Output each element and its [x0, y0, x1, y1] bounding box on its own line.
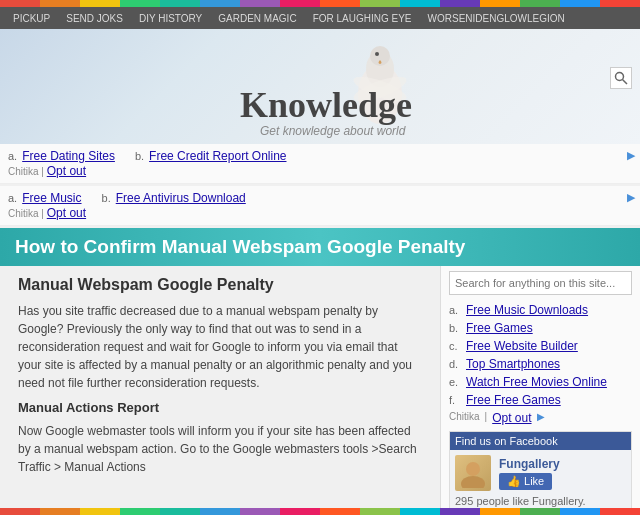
color-bar-segment: [0, 0, 40, 7]
color-bar-segment: [120, 0, 160, 7]
sidebar-link-free-website[interactable]: Free Website Builder: [466, 339, 578, 353]
facebook-like-button[interactable]: 👍 Like: [499, 473, 552, 490]
article-para-1: Has you site traffic decreased due to a …: [18, 302, 422, 392]
sidebar-link-top-smartphones[interactable]: Top Smartphones: [466, 357, 560, 371]
sidebar-letter: d.: [449, 358, 461, 370]
sidebar-arrow: ▶: [537, 411, 545, 425]
color-bar-segment: [360, 0, 400, 7]
color-bar-segment: [200, 0, 240, 7]
page-title: How to Confirm Manual Webspam Google Pen…: [15, 236, 465, 257]
sidebar-letter: e.: [449, 376, 461, 388]
nav-item-for-laughing-eye[interactable]: FOR LAUGHING EYE: [305, 13, 420, 24]
sidebar-link-free-music-dl[interactable]: Free Music Downloads: [466, 303, 588, 317]
sidebar-link-item: e. Watch Free Movies Online: [449, 375, 632, 389]
color-bar-segment: [280, 0, 320, 7]
ad-link-dating[interactable]: Free Dating Sites: [22, 149, 115, 163]
sidebar-link-free-games-2[interactable]: Free Free Games: [466, 393, 561, 407]
nav-item-garden-magic[interactable]: GARDEN MAGIC: [210, 13, 304, 24]
sidebar-letter: c.: [449, 340, 461, 352]
hero-subtitle: Get knowledge about world: [260, 124, 405, 138]
color-bar-segment: [0, 508, 40, 515]
ad-letter: b.: [135, 150, 144, 162]
nav-item-diy-history[interactable]: DIY HISTORY: [131, 13, 210, 24]
sidebar-opt-out[interactable]: Opt out: [492, 411, 531, 425]
color-bar-segment: [320, 0, 360, 7]
color-bar-segment: [520, 0, 560, 7]
sidebar-letter: b.: [449, 322, 461, 334]
ad-letter: a.: [8, 192, 17, 204]
sidebar-link-item: c. Free Website Builder: [449, 339, 632, 353]
sidebar-link-watch-movies[interactable]: Watch Free Movies Online: [466, 375, 607, 389]
sidebar-link-free-games[interactable]: Free Games: [466, 321, 533, 335]
facebook-page-name: Fungallery: [499, 457, 560, 471]
color-bar-segment: [240, 508, 280, 515]
color-bar-segment: [80, 0, 120, 7]
facebook-page-info: Fungallery 👍 Like: [499, 457, 560, 490]
color-bar-segment: [120, 508, 160, 515]
color-bar-segment: [240, 0, 280, 7]
search-input[interactable]: [449, 271, 632, 295]
sidebar-separator: |: [485, 411, 488, 425]
search-icon: [614, 71, 628, 85]
color-bar-segment: [400, 508, 440, 515]
ad-item-2b: b. Free Antivirus Download: [102, 191, 246, 205]
color-bar-segment: [480, 508, 520, 515]
color-bar-segment: [200, 508, 240, 515]
sidebar-link-item: a. Free Music Downloads: [449, 303, 632, 317]
color-bar-segment: [600, 508, 640, 515]
right-sidebar: a. Free Music Downloads b. Free Games c.…: [440, 266, 640, 515]
article: Manual Webspam Google Penalty Has you si…: [10, 271, 430, 487]
ad-opt-out-link[interactable]: Opt out: [47, 164, 86, 178]
ad-letter: b.: [102, 192, 111, 204]
color-bar-segment: [160, 0, 200, 7]
ad-opt-row: Chitika | Opt out: [8, 164, 632, 178]
nav-item-worsen[interactable]: WORSENIDENGLOWLEGION: [420, 13, 573, 24]
color-bar-segment: [560, 0, 600, 7]
ad-link-antivirus[interactable]: Free Antivirus Download: [116, 191, 246, 205]
ad-opt-row-2: Chitika | Opt out: [8, 206, 632, 220]
facebook-avatar: [455, 455, 491, 491]
svg-point-6: [616, 73, 624, 81]
ad-row-2: a. Free Music b. Free Antivirus Download…: [0, 186, 640, 226]
sidebar-links-list: a. Free Music Downloads b. Free Games c.…: [449, 303, 632, 407]
hero-title: Knowledge: [240, 84, 412, 126]
facebook-header: Find us on Facebook: [450, 432, 631, 450]
color-bar-segment: [280, 508, 320, 515]
ad-item-1b: b. Free Credit Report Online: [135, 149, 287, 163]
facebook-like-count: 295 people like Fungallery.: [455, 495, 626, 507]
article-title: Manual Webspam Google Penalty: [18, 276, 422, 294]
ad-item-2a: a. Free Music: [8, 191, 82, 205]
ad-arrow-icon: ▶: [627, 191, 635, 204]
ad-link-credit[interactable]: Free Credit Report Online: [149, 149, 286, 163]
ad-chitika-label: Chitika: [8, 166, 39, 177]
color-bar-segment: [80, 508, 120, 515]
sidebar-link-item: d. Top Smartphones: [449, 357, 632, 371]
ad-link-music[interactable]: Free Music: [22, 191, 81, 205]
left-content: Manual Webspam Google Penalty Has you si…: [0, 266, 440, 515]
nav-item-send-joks[interactable]: SEND JOKS: [58, 13, 131, 24]
svg-point-5: [375, 52, 379, 56]
color-bar-segment: [320, 508, 360, 515]
search-button[interactable]: [610, 67, 632, 89]
color-bar-segment: [520, 508, 560, 515]
nav-bar: PICKUP SEND JOKS DIY HISTORY GARDEN MAGI…: [0, 7, 640, 29]
color-bar-segment: [40, 0, 80, 7]
hero-section: Knowledge Get knowledge about world: [0, 29, 640, 144]
nav-item-pickup[interactable]: PICKUP: [5, 13, 58, 24]
color-bar-segment: [560, 508, 600, 515]
color-bar-segment: [480, 0, 520, 7]
svg-point-9: [461, 476, 485, 488]
article-heading-1: Manual Actions Report: [18, 398, 422, 418]
ad-opt-out-link-2[interactable]: Opt out: [47, 206, 86, 220]
svg-line-7: [623, 80, 628, 85]
color-bar-segment: [360, 508, 400, 515]
color-bar-segment: [440, 0, 480, 7]
page-title-bar: How to Confirm Manual Webspam Google Pen…: [0, 228, 640, 266]
article-body: Has you site traffic decreased due to a …: [18, 302, 422, 476]
svg-point-8: [466, 462, 480, 476]
color-bar-segment: [160, 508, 200, 515]
facebook-profile: Fungallery 👍 Like: [455, 455, 626, 491]
color-bar-segment: [40, 508, 80, 515]
ad-letter: a.: [8, 150, 17, 162]
sidebar-link-item: f. Free Free Games: [449, 393, 632, 407]
